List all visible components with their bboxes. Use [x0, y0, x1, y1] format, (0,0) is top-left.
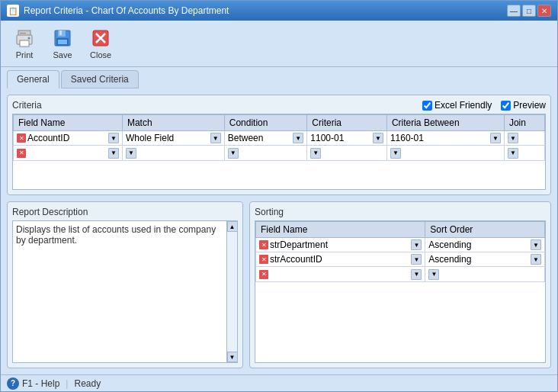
help-section: ? F1 - Help [7, 378, 59, 390]
row1-criteria-between: 1160-01 [390, 133, 489, 143]
excel-friendly-checkbox[interactable]: Excel Friendly [422, 100, 492, 111]
excel-friendly-label: Excel Friendly [435, 100, 492, 111]
save-label: Save [53, 50, 72, 59]
title-bar-left: 📋 Report Criteria - Chart Of Accounts By… [7, 5, 229, 17]
row1-match-dropdown[interactable]: ▼ [210, 133, 221, 143]
sort-row1-order: Ascending [428, 239, 529, 250]
tab-saved-criteria[interactable]: Saved Criteria [61, 70, 139, 88]
preview-label: Preview [513, 100, 546, 111]
report-desc-text: Displays the list of accounts used in th… [12, 220, 227, 363]
row1-between-dropdown[interactable]: ▼ [490, 133, 501, 143]
sorting-section: Sorting Field Name Sort Order [249, 201, 551, 368]
title-bar: 📋 Report Criteria - Chart Of Accounts By… [1, 1, 557, 21]
table-row: ✕ ▼ ▼ [14, 146, 545, 161]
bottom-section: Report Description Displays the list of … [7, 201, 551, 368]
status-bar: ? F1 - Help | Ready [1, 374, 557, 391]
main-content: Criteria Excel Friendly Preview [1, 88, 557, 374]
scroll-up-arrow[interactable]: ▲ [227, 221, 238, 232]
row2-condition-dropdown[interactable]: ▼ [228, 148, 239, 159]
sort-col-field-name: Field Name [256, 222, 425, 238]
sort-row2-remove[interactable]: ✕ [259, 255, 268, 264]
save-button[interactable]: Save [45, 24, 80, 63]
sorting-table: Field Name Sort Order ✕ strDepartment [255, 220, 546, 363]
sort-row1-order-dropdown[interactable]: ▼ [531, 239, 541, 250]
window-icon: 📋 [7, 5, 19, 17]
scroll-down-arrow[interactable]: ▼ [227, 352, 238, 362]
svg-point-4 [28, 37, 30, 40]
row2-between-dropdown[interactable]: ▼ [390, 148, 401, 159]
preview-checkbox[interactable]: Preview [501, 100, 546, 111]
excel-friendly-input[interactable] [422, 101, 432, 111]
row1-criteria: 1100-01 [310, 133, 371, 143]
tab-bar: General Saved Criteria [1, 67, 557, 88]
row2-remove-button[interactable]: ✕ [17, 149, 26, 158]
row2-join-dropdown[interactable]: ▼ [508, 148, 518, 159]
table-row: ✕ AccountID ▼ Whole Field ▼ [14, 131, 545, 146]
row1-remove-button[interactable]: ✕ [17, 133, 26, 143]
sort-row2-field-dropdown[interactable]: ▼ [411, 254, 422, 265]
sorting-label: Sorting [255, 207, 546, 217]
row1-condition: Between [228, 133, 292, 143]
sort-row: ✕ strDepartment ▼ Ascending ▼ [256, 238, 545, 252]
print-icon [14, 27, 35, 49]
window-close-button[interactable]: ✕ [537, 5, 551, 17]
status-separator: | [66, 378, 68, 389]
row2-match-dropdown[interactable]: ▼ [126, 148, 136, 159]
preview-input[interactable] [501, 101, 511, 111]
col-match: Match [122, 115, 224, 131]
sort-row2-field: strAccountID [270, 254, 409, 265]
window-title: Report Criteria - Chart Of Accounts By D… [24, 5, 229, 16]
print-label: Print [16, 50, 34, 59]
sort-row3-order-dropdown[interactable]: ▼ [428, 269, 439, 280]
col-join: Join [504, 115, 544, 131]
sort-row1-remove[interactable]: ✕ [259, 240, 268, 249]
sort-row3-field-dropdown[interactable]: ▼ [411, 269, 422, 280]
sort-row: ✕ ▼ ▼ [256, 267, 545, 282]
sort-row3-remove[interactable]: ✕ [259, 270, 268, 279]
desc-scrollbar: ▲ ▼ [227, 220, 238, 363]
row1-field-name: AccountID [27, 133, 107, 143]
sort-row2-order: Ascending [428, 254, 529, 265]
row1-criteria-dropdown[interactable]: ▼ [373, 133, 383, 143]
title-buttons: — □ ✕ [507, 5, 551, 17]
close-icon [90, 27, 111, 49]
col-field-name: Field Name [14, 115, 123, 131]
col-criteria: Criteria [307, 115, 387, 131]
criteria-header: Criteria Excel Friendly Preview [12, 100, 546, 111]
report-description-section: Report Description Displays the list of … [7, 201, 243, 368]
sort-col-sort-order: Sort Order [425, 222, 545, 238]
row1-match: Whole Field [126, 133, 209, 143]
status-text: Ready [74, 378, 101, 389]
row1-condition-dropdown[interactable]: ▼ [293, 133, 303, 143]
svg-rect-3 [20, 33, 26, 34]
close-button[interactable]: Close [83, 24, 118, 63]
svg-rect-2 [20, 40, 29, 47]
help-icon: ? [7, 378, 19, 390]
sort-row1-field-dropdown[interactable]: ▼ [411, 239, 422, 250]
print-button[interactable]: Print [7, 24, 42, 63]
row2-criteria-dropdown[interactable]: ▼ [310, 148, 321, 159]
sort-row2-order-dropdown[interactable]: ▼ [531, 254, 541, 265]
main-window: 📋 Report Criteria - Chart Of Accounts By… [0, 0, 558, 392]
maximize-button[interactable]: □ [522, 5, 536, 17]
tab-general[interactable]: General [7, 70, 59, 88]
criteria-checkboxes: Excel Friendly Preview [422, 100, 546, 111]
sort-row: ✕ strAccountID ▼ Ascending ▼ [256, 252, 545, 267]
svg-rect-7 [59, 31, 62, 35]
minimize-button[interactable]: — [507, 5, 521, 17]
row1-join-dropdown[interactable]: ▼ [508, 133, 518, 143]
toolbar: Print Save Close [1, 21, 557, 67]
help-label: F1 - Help [22, 378, 59, 389]
report-desc-label: Report Description [12, 207, 238, 217]
col-condition: Condition [224, 115, 307, 131]
criteria-section: Criteria Excel Friendly Preview [7, 95, 551, 195]
col-criteria-between: Criteria Between [386, 115, 504, 131]
desc-content: Displays the list of accounts used in th… [12, 220, 238, 363]
row2-field-dropdown[interactable]: ▼ [108, 148, 119, 159]
row1-field-dropdown[interactable]: ▼ [108, 133, 119, 143]
scroll-track [227, 232, 237, 352]
save-icon [52, 27, 73, 49]
sort-row1-field: strDepartment [270, 239, 409, 250]
criteria-table: Field Name Match Condition Criteria Crit… [12, 114, 546, 190]
svg-rect-9 [58, 40, 67, 44]
